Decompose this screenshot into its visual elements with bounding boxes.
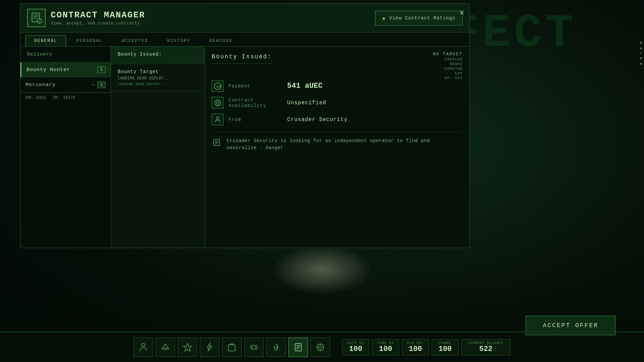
- payment-row: aUEC Payment 541 aUEC: [212, 80, 463, 92]
- stat-tank-o2-value: 100: [379, 345, 392, 353]
- hud-character-btn[interactable]: [133, 338, 153, 357]
- hud-inventory-btn[interactable]: [222, 338, 241, 357]
- status-of: OF: 583: [433, 76, 463, 80]
- stat-eva-ful-value: 100: [409, 345, 422, 353]
- header-left: ✓ Contract Manager View, accept, and cre…: [27, 9, 145, 27]
- contract-item-1[interactable]: Bounty Target LANDING GEAR DEPLOY... LAN…: [111, 64, 205, 92]
- bounty-hunter-badge: 1: [97, 66, 106, 73]
- stat-tank-o2: TANK O2 100: [372, 339, 399, 355]
- stat-suit-o2-value: 100: [349, 345, 363, 353]
- mercenary-dash: —: [92, 82, 94, 87]
- svg-point-9: [216, 102, 219, 104]
- scroll-arrow-down2: ▼: [640, 62, 642, 67]
- from-value: Crusader Security: [287, 117, 347, 123]
- hud-comms-btn[interactable]: [244, 338, 264, 357]
- availability-label: Contract Availability: [228, 98, 282, 108]
- svg-text:aUEC: aUEC: [216, 85, 222, 88]
- tab-general[interactable]: GENERAL: [25, 35, 66, 46]
- scroll-arrow-up: ▲: [640, 40, 642, 45]
- availability-value: Unspecified: [287, 100, 326, 106]
- from-icon: [212, 114, 223, 125]
- balance-label: CURRENT BALANCE: [468, 341, 503, 345]
- contract-manager-icon: ✓: [27, 9, 46, 27]
- accept-offer-button[interactable]: ACCEPT OFFER: [526, 316, 615, 335]
- contract-item-1-title: Bounty Target: [118, 69, 198, 74]
- scroll-indicator: ▲ ▲ A ▼ ▼: [640, 40, 642, 67]
- mercenary-badge: 1: [97, 81, 106, 88]
- svg-point-27: [319, 346, 322, 349]
- current-balance: CURRENT BALANCE 522: [461, 339, 511, 355]
- stat-power-value: 100: [438, 345, 452, 353]
- subcategory-mercenary[interactable]: Mercenary — 1: [20, 77, 111, 93]
- left-sidebar: Delivery Bounty Hunter 1 Mercenary — 1 E…: [20, 47, 111, 248]
- contract-panel: ✓ Contract Manager View, accept, and cre…: [20, 3, 470, 248]
- stat-eva-ful: EVA FUL 100: [402, 339, 429, 355]
- mercenary-label: Mercenary: [25, 82, 56, 88]
- ir-value: 10179: [63, 96, 75, 100]
- contract-detail: Bounty Issued: NO TARGET COUPLED GSAFE C…: [205, 47, 469, 248]
- em-value: 8312: [36, 96, 46, 100]
- contract-item-1-hint: LANDING GEAR DEPLOY...: [118, 82, 198, 86]
- header-titles: Contract Manager View, accept, and creat…: [51, 10, 145, 26]
- from-row: From Crusader Security: [212, 114, 463, 125]
- payment-label: Payment: [228, 83, 282, 89]
- svg-rect-20: [228, 345, 235, 351]
- svg-text:✓: ✓: [39, 20, 40, 23]
- detail-title: Bounty Issued:: [212, 53, 272, 64]
- stat-power: POWER 100: [432, 339, 459, 355]
- scroll-arrow-up2: ▲: [640, 46, 642, 51]
- availability-icon: [212, 97, 223, 109]
- panel-header: ✓ Contract Manager View, accept, and cre…: [20, 4, 469, 33]
- contract-item-1-sub: LANDING GEAR DEPLOY...: [118, 76, 198, 81]
- svg-point-12: [216, 117, 219, 120]
- subcategory-bounty-hunter[interactable]: Bounty Hunter 1: [20, 62, 111, 77]
- svg-point-21: [252, 345, 256, 349]
- availability-row: Contract Availability Unspecified: [212, 97, 463, 109]
- bottom-hud: SUIT O2 100 TANK O2 100 EVA FUL 100 POWE…: [0, 332, 644, 362]
- bounty-hunter-label: Bounty Hunter: [26, 67, 70, 73]
- description-icon: [212, 137, 222, 147]
- tab-beacons[interactable]: BEACONS: [201, 35, 241, 46]
- status-comstab: COMSTAB: [433, 67, 463, 71]
- panel-title: Contract Manager: [51, 10, 145, 20]
- stat-suit-o2: SUIT O2 100: [342, 339, 369, 355]
- scroll-arrow-down: ▼: [640, 56, 642, 61]
- hud-boost-btn[interactable]: [178, 338, 197, 357]
- hud-power-btn[interactable]: [200, 338, 219, 357]
- hud-fire-btn[interactable]: [266, 338, 286, 357]
- status-gsafe: GSAFE: [433, 62, 463, 66]
- stat-tank-o2-label: TANK O2: [377, 341, 394, 345]
- sidebar-stats: EM: 8312 IR: 10179: [20, 93, 111, 103]
- from-label: From: [228, 117, 282, 122]
- star-icon: ★: [382, 14, 386, 22]
- hud-hud-btn[interactable]: [311, 338, 330, 357]
- panel-subtitle: View, accept, and create contracts: [51, 21, 145, 26]
- balance-value: 522: [479, 345, 493, 353]
- no-target-tag: NO TARGET: [433, 52, 463, 57]
- description-row: Crusader Security is looking for an inde…: [212, 132, 463, 152]
- hud-flight-btn[interactable]: [156, 338, 175, 357]
- contract-item-0[interactable]: Bounty Issued:: [111, 47, 205, 64]
- payment-value: 541 aUEC: [287, 82, 323, 90]
- status-esp: ESP: [433, 71, 463, 75]
- category-delivery[interactable]: Delivery: [20, 47, 111, 62]
- cockpit-glare: [272, 245, 372, 295]
- scroll-label: A: [640, 52, 642, 55]
- tab-history[interactable]: HISTORY: [158, 35, 199, 46]
- close-button[interactable]: ×: [460, 9, 464, 17]
- tab-personal[interactable]: PERSONAL: [68, 35, 111, 46]
- stat-power-label: POWER: [439, 341, 451, 345]
- hud-contract-btn[interactable]: [288, 338, 308, 357]
- stat-suit-o2-label: SUIT O2: [347, 341, 364, 345]
- svg-point-17: [142, 343, 145, 347]
- em-label: EM:: [25, 96, 33, 100]
- status-coupled: COUPLED: [433, 57, 463, 61]
- description-text: Crusader Security is looking for an inde…: [227, 137, 463, 152]
- stat-eva-ful-label: EVA FUL: [407, 341, 424, 345]
- view-ratings-label: View Contract Ratings: [389, 15, 455, 21]
- svg-marker-19: [207, 343, 212, 351]
- contract-list: Bounty Issued: Bounty Target LANDING GEA…: [111, 47, 205, 248]
- tab-accepted[interactable]: ACCEPTED: [113, 35, 157, 46]
- view-ratings-button[interactable]: ★ View Contract Ratings: [375, 11, 463, 25]
- panel-body: Delivery Bounty Hunter 1 Mercenary — 1 E…: [20, 47, 469, 248]
